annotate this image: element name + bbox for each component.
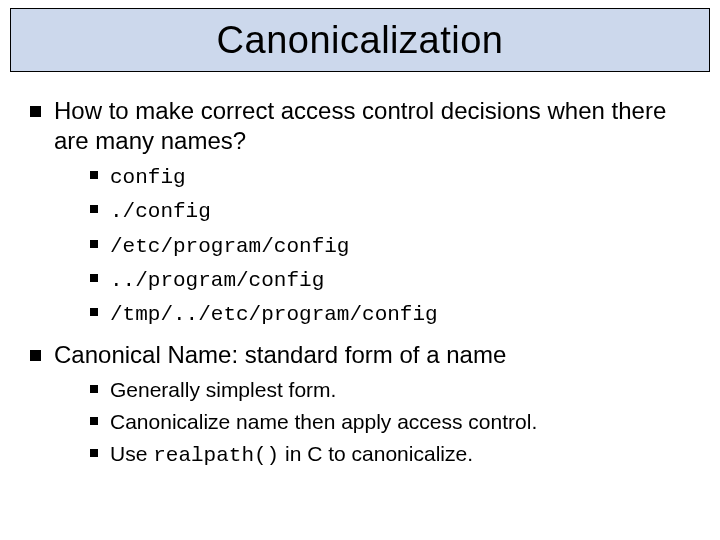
sub-item: ../program/config — [88, 265, 696, 295]
sub-list: Generally simplest form. Canonicalize na… — [54, 376, 696, 471]
bullet-text: How to make correct access control decis… — [54, 97, 666, 154]
slide: Canonicalization How to make correct acc… — [0, 0, 720, 540]
sub-text: Canonicalize name then apply access cont… — [110, 410, 537, 433]
sub-list: config ./config /etc/program/config ../p… — [54, 162, 696, 330]
bullet-item: Canonical Name: standard form of a name … — [24, 340, 696, 471]
sub-item: /tmp/../etc/program/config — [88, 299, 696, 329]
slide-body: How to make correct access control decis… — [24, 96, 696, 481]
sub-item: Use realpath() in C to canonicalize. — [88, 440, 696, 470]
sub-item: /etc/program/config — [88, 231, 696, 261]
sub-item: Canonicalize name then apply access cont… — [88, 408, 696, 436]
bullet-item: How to make correct access control decis… — [24, 96, 696, 330]
sub-item: Generally simplest form. — [88, 376, 696, 404]
slide-title: Canonicalization — [217, 19, 504, 62]
sub-text-before: Use — [110, 442, 153, 465]
code-text: ./config — [110, 200, 211, 223]
title-band: Canonicalization — [10, 8, 710, 72]
sub-item: ./config — [88, 196, 696, 226]
code-text: realpath() — [153, 444, 279, 467]
code-text: ../program/config — [110, 269, 324, 292]
code-text: /etc/program/config — [110, 235, 349, 258]
bullet-list: How to make correct access control decis… — [24, 96, 696, 471]
sub-text-after: in C to canonicalize. — [279, 442, 473, 465]
code-text: /tmp/../etc/program/config — [110, 303, 438, 326]
sub-item: config — [88, 162, 696, 192]
sub-text: Generally simplest form. — [110, 378, 336, 401]
code-text: config — [110, 166, 186, 189]
bullet-text: Canonical Name: standard form of a name — [54, 341, 506, 368]
